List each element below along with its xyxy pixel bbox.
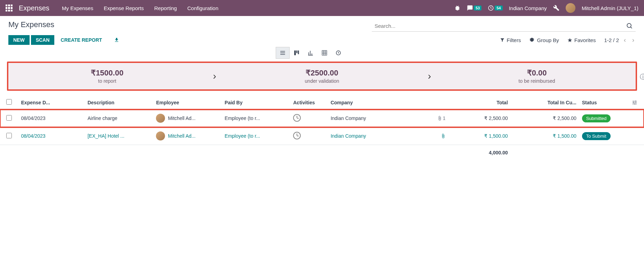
cell-employee: Mitchell Ad... — [153, 127, 222, 145]
col-total-currency[interactable]: Total In Cu... — [511, 96, 579, 110]
view-graph-icon[interactable] — [304, 47, 317, 59]
search-icon[interactable] — [626, 22, 633, 29]
col-employee[interactable]: Employee — [153, 96, 222, 110]
col-status[interactable]: Status — [579, 96, 629, 110]
svg-rect-5 — [322, 50, 327, 55]
table-row[interactable]: 08/04/2023 [EX_HA] Hotel ... Mitchell Ad… — [0, 127, 644, 145]
cell-activities[interactable] — [290, 127, 328, 145]
cell-paidby: Employee (to r... — [222, 127, 290, 145]
table-row[interactable]: 08/04/2023 Airline charge Mitchell Ad...… — [0, 110, 644, 127]
chevron-right-icon: › — [206, 71, 223, 82]
column-settings-icon[interactable] — [629, 96, 644, 110]
col-paidby[interactable]: Paid By — [222, 96, 290, 110]
svg-rect-4 — [298, 50, 299, 54]
messages-icon[interactable]: 53 — [467, 5, 481, 11]
cell-employee: Mitchell Ad... — [153, 110, 222, 127]
cell-date: 08/04/2023 — [18, 110, 85, 127]
dash-to-reimburse[interactable]: ₹0.00 to be reimbursed — [438, 68, 636, 84]
view-kanban-icon[interactable] — [290, 47, 304, 59]
cell-date: 08/04/2023 — [18, 127, 85, 145]
dash-under-validation[interactable]: ₹2500.00 under validation — [223, 68, 421, 84]
col-company[interactable]: Company — [328, 96, 424, 110]
company-selector[interactable]: Indian Company — [509, 5, 547, 11]
search-input[interactable] — [375, 23, 626, 29]
nav-expense-reports[interactable]: Expense Reports — [104, 5, 144, 11]
page-title: My Expenses — [8, 20, 54, 29]
pager: 1-2 / 2 ‹ › — [604, 37, 636, 44]
svg-rect-2 — [294, 50, 296, 55]
nav-menu: My Expenses Expense Reports Reporting Co… — [62, 5, 218, 11]
groupby-button[interactable]: Group By — [529, 37, 559, 43]
clock-icon — [293, 114, 301, 122]
nav-configuration[interactable]: Configuration — [187, 5, 218, 11]
cell-description: Airline charge — [85, 110, 153, 127]
cell-total-currency: ₹ 1,500.00 — [511, 127, 579, 145]
top-nav: Expenses My Expenses Expense Reports Rep… — [0, 0, 644, 16]
dash-to-report[interactable]: ₹1500.00 to report — [8, 68, 206, 84]
tools-icon[interactable] — [553, 5, 559, 11]
activities-badge: 54 — [495, 6, 502, 10]
svg-rect-3 — [296, 50, 297, 53]
view-list-icon[interactable] — [276, 47, 290, 59]
cell-total-currency: ₹ 2,500.00 — [511, 110, 579, 127]
nav-reporting[interactable]: Reporting — [154, 5, 177, 11]
employee-avatar — [156, 131, 165, 140]
cell-company: Indian Company — [328, 110, 424, 127]
control-bar: My Expenses NEW SCAN CREATE REPORT Filte… — [0, 16, 644, 59]
pager-text: 1-2 / 2 — [604, 37, 619, 43]
expense-summary-dashboard: ₹1500.00 to report › ₹2500.00 under vali… — [7, 62, 637, 91]
favorites-button[interactable]: Favorites — [567, 37, 596, 43]
username[interactable]: Mitchell Admin (JULY_1) — [582, 5, 638, 11]
create-report-button[interactable]: CREATE REPORT — [56, 35, 107, 45]
employee-avatar — [156, 114, 165, 123]
cell-paidby: Employee (to r... — [222, 110, 290, 127]
row-checkbox[interactable] — [6, 115, 12, 121]
footer-total: 4,000.00 — [448, 145, 511, 161]
scan-button[interactable]: SCAN — [31, 35, 55, 45]
select-all-checkbox[interactable] — [6, 99, 12, 105]
apps-icon[interactable] — [6, 5, 13, 11]
user-avatar[interactable] — [566, 3, 575, 13]
chevron-right-icon: › — [421, 71, 438, 82]
new-button[interactable]: NEW — [8, 35, 30, 45]
messages-badge: 53 — [474, 6, 481, 10]
cell-total: ₹ 2,500.00 — [448, 110, 511, 127]
bug-icon[interactable] — [454, 5, 461, 11]
col-date[interactable]: Expense D... — [18, 96, 85, 110]
col-total[interactable]: Total — [448, 96, 511, 110]
attachment-icon[interactable] — [426, 134, 446, 138]
pager-next[interactable]: › — [631, 37, 636, 44]
search-box[interactable] — [372, 20, 636, 32]
help-icon[interactable]: ⓘ — [640, 73, 644, 81]
filters-button[interactable]: Filters — [500, 37, 521, 43]
activities-icon[interactable]: 54 — [488, 5, 502, 11]
view-activity-icon[interactable] — [331, 47, 345, 59]
cell-description: [EX_HA] Hotel ... — [85, 127, 153, 145]
cell-total: ₹ 1,500.00 — [448, 127, 511, 145]
col-description[interactable]: Description — [85, 96, 153, 110]
row-checkbox[interactable] — [6, 133, 12, 138]
cell-company: Indian Company — [328, 127, 424, 145]
col-activities[interactable]: Activities — [290, 96, 328, 110]
status-badge: To Submit — [582, 132, 611, 140]
cell-activities[interactable] — [290, 110, 328, 127]
upload-icon[interactable] — [114, 37, 119, 43]
clock-icon — [293, 132, 301, 139]
status-badge: Submitted — [582, 114, 611, 122]
svg-point-1 — [627, 23, 631, 27]
pager-prev[interactable]: ‹ — [622, 37, 627, 44]
app-title[interactable]: Expenses — [19, 4, 49, 12]
view-pivot-icon[interactable] — [317, 47, 331, 59]
attachment-icon[interactable]: 1 — [426, 115, 446, 121]
nav-my-expenses[interactable]: My Expenses — [62, 5, 93, 11]
expenses-table: Expense D... Description Employee Paid B… — [0, 96, 644, 160]
